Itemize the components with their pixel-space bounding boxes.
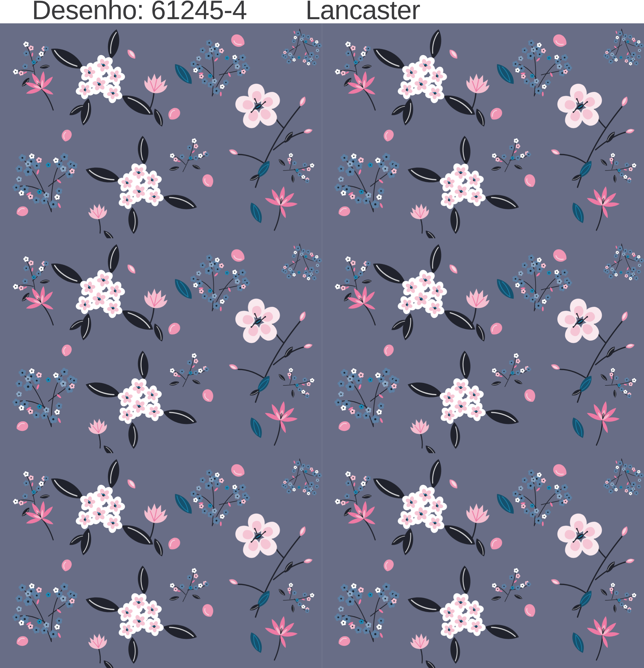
floral-pattern-canvas — [0, 23, 644, 668]
design-sheet: Desenho: 61245-4 Lancaster — [0, 0, 644, 668]
design-label-space — [144, 0, 151, 25]
header-bar: Desenho: 61245-4 Lancaster — [0, 0, 644, 23]
fabric-swatch — [0, 23, 644, 668]
design-code: 61245-4 — [151, 0, 247, 25]
design-code-line: Desenho: 61245-4 — [32, 0, 247, 22]
design-label: Desenho: — [32, 0, 144, 25]
collection-name: Lancaster — [305, 0, 420, 22]
